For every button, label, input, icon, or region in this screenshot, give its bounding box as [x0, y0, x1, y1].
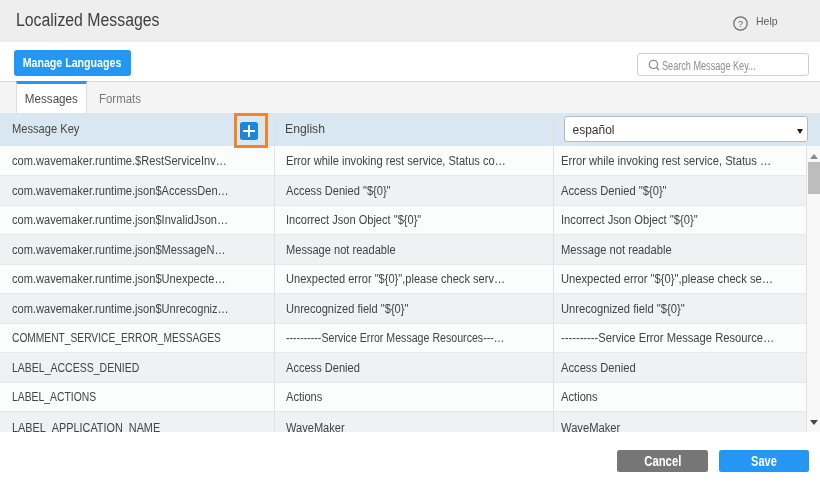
svg-text:?: ?	[738, 18, 743, 29]
